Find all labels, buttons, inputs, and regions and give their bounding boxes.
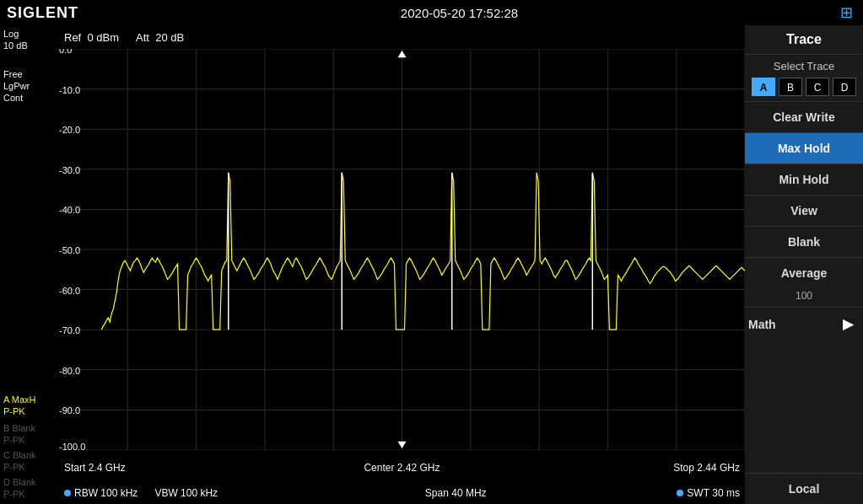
svg-text:-30.0: -30.0 (59, 165, 80, 175)
svg-text:-90.0: -90.0 (59, 405, 80, 416)
chart-area: 0.0 -10.0 -20.0 -30.0 -40.0 -50.0 -60.0 … (59, 49, 745, 450)
blank-button[interactable]: Blank (745, 226, 863, 257)
select-trace-label: Select Trace (745, 55, 863, 76)
average-value: 100 (745, 288, 863, 307)
right-panel: Trace Select Trace A B C D Clear Write M… (745, 25, 863, 504)
detector: LgPwr (3, 81, 56, 91)
scale-value: 10 dB (3, 40, 56, 51)
logo: SIGLENT (7, 4, 78, 22)
svg-text:-60.0: -60.0 (59, 286, 80, 296)
vbw-info: VBW 100 kHz (154, 487, 218, 499)
trace-a-det: P-PK (3, 406, 56, 416)
chart-header: Ref 0 dBm Att 20 dB (59, 25, 745, 49)
span-info: Span 40 MHz (235, 487, 677, 499)
att-label: Att 20 dB (136, 31, 184, 44)
trace-btn-b[interactable]: B (779, 78, 802, 96)
center-label: Center 2.42 GHz (364, 462, 440, 474)
trace-b-label: B Blank (3, 423, 56, 433)
trace-c-label: C Blank (3, 450, 56, 460)
mode: Free (3, 69, 56, 79)
local-button[interactable]: Local (745, 473, 863, 504)
start-label: Start 2.4 GHz (64, 462, 126, 474)
svg-text:-20.0: -20.0 (59, 125, 80, 135)
trace-c-det: P-PK (3, 462, 56, 472)
datetime: 2020-05-20 17:52:28 (78, 6, 840, 20)
left-panel: Log 10 dB Free LgPwr Cont A MaxH P-PK B … (0, 25, 59, 504)
trace-btn-c[interactable]: C (806, 78, 829, 96)
math-arrow-icon: ▶ (843, 316, 853, 332)
svg-text:-50.0: -50.0 (59, 245, 80, 255)
spectrum-chart: 0.0 -10.0 -20.0 -30.0 -40.0 -50.0 -60.0 … (59, 49, 745, 450)
view-button[interactable]: View (745, 195, 863, 226)
svg-text:-10.0: -10.0 (59, 85, 80, 95)
trace-d-det: P-PK (3, 489, 56, 499)
clear-write-button[interactable]: Clear Write (745, 101, 863, 132)
trace-a-label: A MaxH (3, 394, 56, 405)
chart-footer: Start 2.4 GHz Center 2.42 GHz Stop 2.44 … (59, 450, 745, 485)
math-button[interactable]: Math ▶ (745, 307, 863, 340)
trace-d-label: D Blank (3, 477, 56, 487)
header: SIGLENT 2020-05-20 17:52:28 ⊞ (0, 0, 863, 25)
chart-container: Ref 0 dBm Att 20 dB (59, 25, 745, 504)
svg-text:-100.0: -100.0 (59, 442, 85, 450)
max-hold-button[interactable]: Max Hold (745, 132, 863, 164)
main-area: Log 10 dB Free LgPwr Cont A MaxH P-PK B … (0, 25, 863, 504)
sweep: Cont (3, 93, 56, 103)
average-button[interactable]: Average (745, 257, 863, 288)
trace-select-row: A B C D (745, 76, 863, 101)
trace-b-det: P-PK (3, 435, 56, 445)
scale-mode: Log (3, 29, 56, 39)
panel-title: Trace (745, 25, 863, 55)
svg-text:-70.0: -70.0 (59, 325, 80, 335)
svg-text:0.0: 0.0 (59, 49, 72, 55)
trace-btn-a[interactable]: A (752, 78, 775, 96)
swt-info: SWT 30 ms (677, 487, 740, 499)
svg-text:-80.0: -80.0 (59, 366, 80, 376)
svg-text:-40.0: -40.0 (59, 205, 80, 215)
ref-label: Ref 0 dBm (64, 31, 119, 44)
stop-label: Stop 2.44 GHz (673, 462, 740, 474)
min-hold-button[interactable]: Min Hold (745, 164, 863, 195)
grid-icon: ⊞ (840, 3, 853, 22)
rbw-info: RBW 100 kHz (64, 487, 138, 499)
trace-btn-d[interactable]: D (833, 78, 856, 96)
